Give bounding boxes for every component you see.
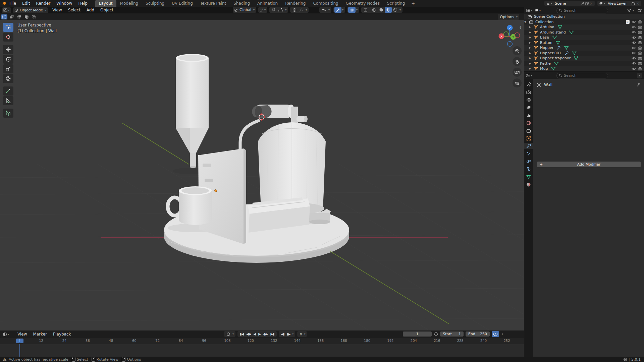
outliner-row-collection[interactable]: ▼Collection ✓ bbox=[524, 19, 644, 25]
properties-tab-modifiers[interactable] bbox=[524, 143, 533, 149]
camera-visibility-toggle[interactable] bbox=[638, 20, 642, 23]
timeline-editor-icon[interactable] bbox=[3, 332, 7, 337]
properties-tab-collection[interactable] bbox=[524, 127, 533, 134]
viewport-menu-select[interactable]: Select bbox=[65, 7, 84, 13]
outliner-row-hopper[interactable]: ▶ Hopper bbox=[524, 45, 644, 51]
snap-toggle[interactable] bbox=[270, 7, 277, 13]
jump-to-start-button[interactable]: ▮◀ bbox=[238, 331, 245, 337]
camera-visibility-toggle[interactable] bbox=[638, 67, 642, 70]
properties-tab-output[interactable] bbox=[524, 97, 533, 103]
properties-editor-icon[interactable] bbox=[526, 73, 530, 78]
shading-rendered-button[interactable] bbox=[392, 7, 399, 13]
pivot-dropdown[interactable]: ▾ bbox=[258, 7, 267, 13]
viewport-menu-object[interactable]: Object bbox=[97, 7, 116, 13]
timeline-ruler[interactable]: 1 12243648607284961081201321441561681801… bbox=[0, 338, 524, 344]
editor-type-button[interactable]: ▾ bbox=[2, 7, 11, 13]
timeline-menu-playback[interactable]: Playback bbox=[50, 331, 74, 338]
select-mode-extend-button[interactable] bbox=[8, 14, 15, 19]
expand-arrow-icon[interactable]: ▶ bbox=[529, 67, 534, 70]
hide-eye-toggle[interactable] bbox=[632, 41, 636, 44]
outliner-row-button[interactable]: ▶ Button bbox=[524, 40, 644, 46]
scale-tool[interactable] bbox=[3, 64, 13, 73]
camera-visibility-toggle[interactable] bbox=[638, 41, 642, 44]
measure-tool[interactable] bbox=[3, 96, 13, 105]
properties-tab-scene[interactable] bbox=[524, 112, 533, 118]
mode-dropdown[interactable]: Object Mode ▾ bbox=[13, 7, 48, 13]
select-box-tool[interactable] bbox=[3, 23, 13, 32]
hide-eye-toggle[interactable] bbox=[632, 57, 636, 60]
zoom-button[interactable] bbox=[513, 46, 522, 55]
pan-hand-button[interactable] bbox=[513, 57, 522, 66]
workspace-tab-modeling[interactable]: Modeling bbox=[116, 0, 142, 7]
scene-name[interactable]: Scene bbox=[553, 1, 580, 6]
camera-visibility-toggle[interactable] bbox=[638, 36, 642, 39]
hide-eye-toggle[interactable] bbox=[632, 46, 636, 50]
gizmos-toggle[interactable] bbox=[334, 7, 341, 13]
hide-eye-toggle[interactable] bbox=[632, 20, 636, 23]
properties-tab-constraints[interactable] bbox=[524, 166, 533, 172]
view-layer-name[interactable]: ViewLayer bbox=[606, 1, 631, 6]
workspace-tab-sculpting[interactable]: Sculpting bbox=[142, 0, 168, 7]
keying-set-icon[interactable]: ∩ bbox=[298, 331, 303, 337]
outliner-row-base[interactable]: ▶ Base bbox=[524, 35, 644, 40]
hide-eye-toggle[interactable] bbox=[632, 25, 636, 29]
shading-material-button[interactable] bbox=[385, 7, 392, 13]
frame-end-field[interactable]: End250 bbox=[466, 331, 490, 337]
options-dropdown[interactable]: Options ▾ bbox=[498, 14, 519, 20]
add-modifier-button[interactable]: + Add Modifier bbox=[537, 162, 641, 167]
frame-step-forward-button[interactable]: ▮▶ bbox=[285, 331, 291, 337]
workspace-tab-compositing[interactable]: Compositing bbox=[309, 0, 342, 7]
workspace-tab-animation[interactable]: Animation bbox=[254, 0, 281, 7]
properties-tab-view-layer[interactable] bbox=[524, 104, 533, 111]
properties-tab-render[interactable] bbox=[524, 89, 533, 95]
viewport-canvas[interactable]: User Perspective (1) Collection | Wall Z… bbox=[0, 20, 524, 330]
new-datablock-icon[interactable] bbox=[585, 1, 589, 6]
timeline-track[interactable] bbox=[0, 344, 524, 357]
properties-search-input[interactable]: Search bbox=[556, 73, 608, 78]
outliner-row-arduino[interactable]: ▶ Arduino bbox=[524, 24, 644, 30]
properties-tab-tool[interactable] bbox=[524, 81, 533, 87]
proportional-falloff-icon[interactable] bbox=[298, 7, 305, 13]
network-offline-icon[interactable] bbox=[623, 357, 627, 362]
camera-visibility-toggle[interactable] bbox=[638, 25, 642, 29]
outliner-row-mug[interactable]: ▶ Mug bbox=[524, 66, 644, 71]
properties-tab-physics[interactable] bbox=[524, 158, 533, 165]
expand-arrow-icon[interactable]: ▶ bbox=[529, 41, 534, 44]
workspace-tab-geometry-nodes[interactable]: Geometry Nodes bbox=[342, 0, 383, 7]
pin-icon[interactable] bbox=[580, 1, 585, 6]
outliner-row-scene-collection[interactable]: Scene Collection bbox=[524, 14, 644, 19]
xray-toggle[interactable] bbox=[362, 7, 369, 13]
timeline-menu-marker[interactable]: Marker bbox=[30, 331, 50, 338]
workspace-tab-scripting[interactable]: Scripting bbox=[383, 0, 409, 7]
menu-window[interactable]: Window bbox=[53, 0, 75, 7]
properties-tab-particles[interactable] bbox=[524, 150, 533, 157]
camera-view-button[interactable] bbox=[513, 68, 522, 77]
camera-visibility-toggle[interactable] bbox=[638, 57, 642, 60]
workspace-add-button[interactable]: + bbox=[409, 1, 418, 6]
select-mode-subtract-button[interactable] bbox=[16, 14, 22, 19]
expand-arrow-icon[interactable]: ▶ bbox=[529, 46, 534, 49]
timeline-menu-view[interactable]: View bbox=[14, 331, 30, 338]
playhead-line[interactable] bbox=[19, 344, 20, 357]
view-layer-selector[interactable]: ▾ ViewLayer × bbox=[597, 1, 641, 6]
properties-tab-world[interactable] bbox=[524, 120, 533, 126]
viewport-menu-add[interactable]: Add bbox=[84, 7, 97, 13]
move-tool[interactable] bbox=[3, 45, 13, 54]
orientation-dropdown[interactable]: Global ▾ bbox=[233, 7, 256, 13]
viewport-menu-view[interactable]: View bbox=[49, 7, 65, 13]
workspace-tab-rendering[interactable]: Rendering bbox=[281, 0, 309, 7]
camera-visibility-toggle[interactable] bbox=[638, 31, 642, 34]
workspace-tab-texture-paint[interactable]: Texture Paint bbox=[197, 0, 230, 7]
expand-arrow-icon[interactable]: ▶ bbox=[529, 62, 534, 65]
properties-tab-object[interactable] bbox=[524, 135, 533, 141]
current-frame-field[interactable]: 1 bbox=[403, 331, 432, 337]
hopper-object[interactable] bbox=[176, 58, 209, 128]
expand-arrow-icon[interactable]: ▶ bbox=[529, 57, 534, 60]
display-mode-icon[interactable] bbox=[534, 8, 539, 13]
select-mode-intersect-button[interactable] bbox=[31, 14, 37, 19]
pin-icon[interactable] bbox=[636, 82, 641, 87]
filter-icon[interactable] bbox=[627, 8, 631, 13]
overlays-toggle[interactable] bbox=[348, 7, 356, 13]
timeline-overlays-toggle[interactable] bbox=[492, 331, 499, 337]
menu-help[interactable]: Help bbox=[75, 0, 90, 7]
